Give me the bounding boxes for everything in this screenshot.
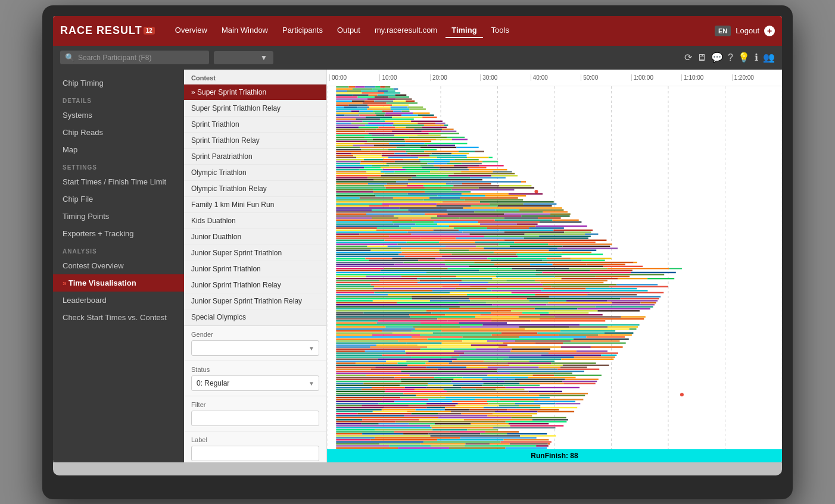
gender-label: Gender bbox=[191, 331, 319, 338]
nav-right: EN Logout + bbox=[715, 26, 775, 36]
timeline-tick-7: 1:10:00 bbox=[681, 74, 731, 81]
sidebar-timing-points[interactable]: Timing Points bbox=[53, 208, 184, 225]
contest-item-7[interactable]: Family 1 km Mini Fun Run bbox=[184, 197, 326, 213]
add-button[interactable]: + bbox=[764, 26, 775, 36]
laptop-frame: RACE RESULT 12 Overview Main Window Part… bbox=[42, 5, 793, 499]
sidebar-section-analysis: ANALYSIS bbox=[53, 242, 184, 257]
search-bar: 🔍 ▼ ⟳ 🖥 💬 ? 💡 ℹ 👥 bbox=[53, 46, 782, 70]
timeline-tick-4: 40:00 bbox=[531, 74, 581, 81]
contest-item-14[interactable]: Special Olympics bbox=[184, 309, 326, 325]
contest-item-9[interactable]: Junior Duathlon bbox=[184, 229, 326, 245]
contest-item-10[interactable]: Junior Super Sprint Triathlon bbox=[184, 245, 326, 261]
contest-item-3[interactable]: Sprint Triathlon Relay bbox=[184, 133, 326, 149]
gender-filter-section: Gender Male Female ▼ bbox=[184, 325, 326, 361]
timeline-tick-5: 50:00 bbox=[581, 74, 631, 81]
nav-output[interactable]: Output bbox=[331, 23, 366, 38]
timeline-tick-3: 30:00 bbox=[480, 74, 530, 81]
sidebar-systems[interactable]: Systems bbox=[53, 107, 184, 124]
run-finish-bar: RunFinish: 88 bbox=[327, 449, 782, 462]
search-input[interactable] bbox=[78, 54, 197, 62]
sidebar-chip-timing[interactable]: Chip Timing bbox=[53, 74, 184, 92]
status-select-wrapper: 0: Regular 1: DNS 2: DNF ▼ bbox=[191, 375, 319, 391]
search-wrap: 🔍 bbox=[60, 51, 209, 64]
sidebar-map[interactable]: Map bbox=[53, 141, 184, 158]
status-filter-section: Status 0: Regular 1: DNS 2: DNF ▼ bbox=[184, 361, 326, 396]
sidebar-contest-overview[interactable]: Contest Overview bbox=[53, 257, 184, 274]
logo-version: 12 bbox=[144, 27, 155, 35]
chat-icon[interactable]: 💬 bbox=[711, 52, 723, 63]
sidebar-start-times[interactable]: Start Times / Finish Time Limit bbox=[53, 173, 184, 190]
gender-select-wrapper: Male Female ▼ bbox=[191, 340, 319, 356]
users-icon[interactable]: 👥 bbox=[763, 52, 775, 63]
filter-label: Filter bbox=[191, 401, 319, 408]
monitor-icon[interactable]: 🖥 bbox=[697, 52, 706, 63]
logo-area: RACE RESULT 12 bbox=[60, 24, 155, 37]
nav-main-window[interactable]: Main Window bbox=[216, 23, 274, 38]
status-label: Status bbox=[191, 366, 319, 373]
nav-my-raceresult[interactable]: my.raceresult.com bbox=[369, 23, 443, 38]
timeline-tick-2: 20:00 bbox=[430, 74, 480, 81]
status-select[interactable]: 0: Regular 1: DNS 2: DNF bbox=[191, 375, 319, 391]
logo-text: RACE RESULT bbox=[60, 24, 142, 37]
visualization-canvas bbox=[327, 86, 782, 462]
search-dropdown[interactable]: ▼ bbox=[214, 51, 273, 64]
timeline-tick-0: 00:00 bbox=[329, 74, 379, 81]
viz-area: 00:0010:0020:0030:0040:0050:001:00:001:1… bbox=[327, 70, 782, 462]
contest-item-12[interactable]: Junior Sprint Triathlon Relay bbox=[184, 277, 326, 293]
gender-select[interactable]: Male Female bbox=[191, 340, 319, 356]
screen: RACE RESULT 12 Overview Main Window Part… bbox=[53, 16, 782, 462]
chart-body bbox=[327, 86, 782, 462]
label-section: Label bbox=[184, 431, 326, 462]
nav-links: Overview Main Window Participants Output… bbox=[169, 23, 712, 38]
top-nav: RACE RESULT 12 Overview Main Window Part… bbox=[53, 16, 782, 46]
contest-item-5[interactable]: Olympic Triathlon bbox=[184, 165, 326, 181]
timeline-header: 00:0010:0020:0030:0040:0050:001:00:001:1… bbox=[327, 70, 782, 86]
contest-item-6[interactable]: Olympic Triathlon Relay bbox=[184, 181, 326, 197]
search-icon: 🔍 bbox=[65, 53, 74, 62]
laptop-base bbox=[53, 462, 782, 475]
toolbar-icons: ⟳ 🖥 💬 ? 💡 ℹ 👥 bbox=[684, 52, 775, 63]
contest-item-8[interactable]: Kids Duathlon bbox=[184, 213, 326, 229]
timeline-tick-6: 1:00:00 bbox=[631, 74, 681, 81]
label-label: Label bbox=[191, 436, 319, 443]
nav-overview[interactable]: Overview bbox=[169, 23, 213, 38]
nav-participants[interactable]: Participants bbox=[276, 23, 329, 38]
language-button[interactable]: EN bbox=[715, 26, 731, 36]
nav-timing[interactable]: Timing bbox=[445, 23, 482, 38]
contest-item-0[interactable]: Super Sprint Triathlon bbox=[184, 84, 326, 101]
contest-item-1[interactable]: Super Sprint Triathlon Relay bbox=[184, 101, 326, 117]
contest-item-2[interactable]: Sprint Triathlon bbox=[184, 117, 326, 133]
contest-item-11[interactable]: Junior Sprint Triathlon bbox=[184, 261, 326, 277]
sidebar-leaderboard[interactable]: Leaderboard bbox=[53, 292, 184, 309]
nav-tools[interactable]: Tools bbox=[485, 23, 515, 38]
logout-button[interactable]: Logout bbox=[736, 26, 759, 35]
sidebar-check-start-times[interactable]: Check Start Times vs. Contest bbox=[53, 309, 184, 326]
main-layout: Chip Timing DETAILS Systems Chip Reads M… bbox=[53, 70, 782, 462]
contest-panel: Contest Super Sprint Triathlon Super Spr… bbox=[184, 70, 327, 462]
help-icon[interactable]: ? bbox=[728, 52, 733, 63]
contest-item-13[interactable]: Junior Super Sprint Triathlon Relay bbox=[184, 293, 326, 309]
dropdown-arrow-icon: ▼ bbox=[260, 54, 267, 62]
info-icon[interactable]: ℹ bbox=[755, 52, 758, 63]
timeline-tick-1: 10:00 bbox=[379, 74, 429, 81]
timeline-tick-8: 1:20:00 bbox=[732, 74, 782, 81]
run-finish-label: RunFinish: 88 bbox=[531, 452, 578, 460]
sidebar-exporters[interactable]: Exporters + Tracking bbox=[53, 225, 184, 242]
sidebar-section-settings: SETTINGS bbox=[53, 158, 184, 173]
sidebar-time-visualisation[interactable]: Time Visualisation bbox=[53, 274, 184, 292]
sidebar-chip-reads[interactable]: Chip Reads bbox=[53, 124, 184, 141]
sidebar-section-details: DETAILS bbox=[53, 92, 184, 107]
sidebar: Chip Timing DETAILS Systems Chip Reads M… bbox=[53, 70, 184, 462]
bulb-icon[interactable]: 💡 bbox=[738, 52, 750, 63]
filter-input[interactable] bbox=[191, 411, 319, 426]
label-input[interactable] bbox=[191, 446, 319, 461]
contest-list: Super Sprint Triathlon Super Sprint Tria… bbox=[184, 84, 326, 325]
contest-label: Contest bbox=[184, 70, 326, 84]
contest-item-4[interactable]: Sprint Paratriathlon bbox=[184, 149, 326, 165]
refresh-icon[interactable]: ⟳ bbox=[684, 52, 692, 63]
sidebar-chip-file[interactable]: Chip File bbox=[53, 190, 184, 208]
filter-section: Filter bbox=[184, 396, 326, 431]
